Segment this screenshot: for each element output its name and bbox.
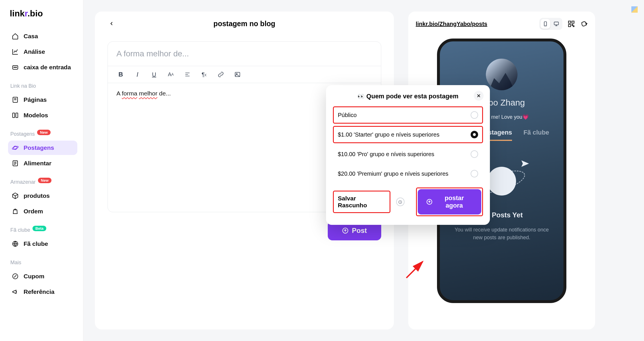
- sidebar-item-templates[interactable]: Modelos: [8, 108, 77, 122]
- eyes-icon: 👀: [357, 93, 365, 99]
- planet-icon: [12, 144, 19, 152]
- svg-rect-7: [16, 113, 18, 118]
- schedule-icon[interactable]: [396, 198, 405, 206]
- qr-icon[interactable]: [568, 20, 575, 28]
- new-badge: New: [37, 130, 51, 135]
- sidebar-item-label: Fã clube: [24, 240, 48, 247]
- sidebar-item-feed[interactable]: Alimentar: [8, 156, 77, 170]
- radio-icon: [471, 150, 478, 158]
- publish-now-button[interactable]: postar agora: [418, 189, 481, 214]
- pages-icon: [12, 96, 19, 104]
- sidebar-item-label: Referência: [24, 288, 54, 295]
- sidebar-item-label: Modelos: [24, 112, 48, 119]
- sidebar-item-label: Cupom: [24, 273, 44, 280]
- globe-icon: [12, 240, 19, 248]
- home-icon: [12, 32, 19, 40]
- main: postagem no blog A forma melhor de... B …: [83, 0, 644, 341]
- sidebar-item-analytics[interactable]: Análise: [8, 45, 77, 59]
- broken-image-icon: [631, 6, 638, 13]
- sidebar-item-label: Casa: [24, 33, 38, 40]
- sidebar-heading-store: ArmazenarNew: [8, 176, 77, 189]
- svg-rect-22: [572, 21, 574, 23]
- megaphone-icon: [12, 288, 19, 296]
- image-icon[interactable]: [233, 70, 242, 79]
- sidebar-item-label: Alimentar: [24, 160, 51, 167]
- sidebar-item-posts[interactable]: Postagens: [8, 141, 77, 155]
- font-size-icon[interactable]: AA: [166, 70, 175, 79]
- post-title-input[interactable]: A forma melhor de...: [108, 42, 381, 66]
- sidebar-item-home[interactable]: Casa: [8, 29, 77, 43]
- publish-highlight: postar agora: [416, 187, 483, 216]
- sidebar-item-inbox[interactable]: caixa de entrada: [8, 60, 77, 74]
- arrow-annotation: [402, 256, 428, 283]
- radio-icon: [471, 111, 478, 119]
- close-button[interactable]: [474, 91, 484, 101]
- align-icon[interactable]: [183, 70, 192, 79]
- sidebar-heading-more: Mais: [8, 257, 77, 269]
- radio-icon: [471, 170, 478, 177]
- link-icon[interactable]: [216, 70, 225, 79]
- sidebar: linkr.bio Casa Análise caixa de entrada …: [0, 0, 83, 341]
- sidebar-item-pages[interactable]: Páginas: [8, 93, 77, 107]
- sidebar-item-orders[interactable]: Ordem: [8, 204, 77, 219]
- sidebar-item-label: Análise: [24, 48, 45, 55]
- underline-icon[interactable]: U: [150, 70, 158, 79]
- italic-icon[interactable]: I: [133, 70, 142, 79]
- svg-line-18: [407, 262, 423, 278]
- preview-url[interactable]: linkr.bio/ZhangYabo/posts: [416, 21, 487, 27]
- sidebar-item-label: Páginas: [24, 96, 47, 103]
- desktop-view-button[interactable]: [551, 19, 561, 29]
- option-pro[interactable]: $10.00 'Pro' grupo e níveis superiores: [333, 145, 483, 163]
- svg-point-9: [12, 145, 18, 150]
- sidebar-item-coupon[interactable]: Cupom: [8, 269, 77, 283]
- option-starter[interactable]: $1.00 'Starter' grupo e níveis superiore…: [333, 126, 483, 143]
- tab-fanclub[interactable]: Fã clube: [524, 129, 549, 141]
- new-badge: New: [38, 178, 51, 183]
- sidebar-item-label: Postagens: [24, 144, 54, 151]
- logo[interactable]: linkr.bio: [8, 8, 77, 19]
- svg-point-3: [15, 67, 16, 68]
- sidebar-item-products[interactable]: produtos: [8, 189, 77, 203]
- svg-rect-20: [554, 22, 559, 25]
- paragraph-icon[interactable]: ¶‹: [200, 70, 208, 79]
- feed-icon: [12, 160, 19, 167]
- sidebar-item-fanclub[interactable]: Fã clube: [8, 237, 77, 251]
- sidebar-heading-fan: Fã clubeBeta: [8, 224, 77, 237]
- svg-rect-6: [13, 113, 15, 118]
- chart-icon: [12, 48, 19, 55]
- option-public[interactable]: Público: [333, 106, 483, 124]
- sidebar-heading-link: Link na Bio: [8, 80, 77, 93]
- modal-title: 👀Quem pode ver esta postagem: [333, 93, 483, 100]
- beta-badge: Beta: [32, 226, 46, 231]
- radio-icon: [471, 131, 478, 138]
- option-premium[interactable]: $20.00 'Premium' grupo e níveis superior…: [333, 165, 483, 182]
- svg-rect-23: [568, 24, 571, 27]
- editor-toolbar: B I U AA ¶‹: [108, 66, 381, 83]
- paper-plane-icon: [521, 159, 529, 169]
- inbox-icon: [12, 64, 19, 71]
- percent-icon: [12, 273, 19, 280]
- sidebar-item-label: caixa de entrada: [24, 64, 71, 71]
- bold-icon[interactable]: B: [116, 70, 125, 79]
- sidebar-heading-posts: PostagensNew: [8, 128, 77, 141]
- no-posts-subtitle: You will receive update notifications on…: [448, 226, 555, 242]
- sidebar-item-referral[interactable]: Referência: [8, 285, 77, 299]
- bag-icon: [12, 208, 19, 215]
- visibility-modal: 👀Quem pode ver esta postagem Público $1.…: [326, 85, 490, 225]
- sidebar-item-label: Ordem: [24, 208, 43, 215]
- mobile-view-button[interactable]: [540, 19, 550, 29]
- editor-title: postagem no blog: [106, 20, 382, 28]
- svg-rect-21: [568, 21, 571, 23]
- svg-point-2: [14, 67, 14, 68]
- save-draft-button[interactable]: Salvar Rascunho: [333, 191, 390, 213]
- svg-point-4: [16, 67, 17, 68]
- templates-icon: [12, 112, 19, 119]
- share-icon[interactable]: [580, 20, 588, 28]
- sidebar-item-label: produtos: [24, 192, 50, 199]
- avatar: [486, 59, 518, 90]
- box-icon: [12, 192, 19, 200]
- device-toggle: [539, 18, 562, 30]
